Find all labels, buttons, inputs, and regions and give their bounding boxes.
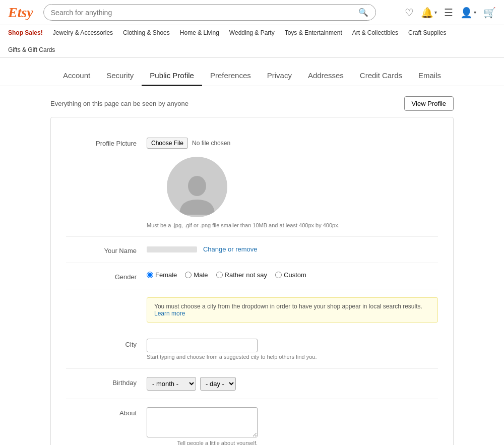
name-value-placeholder [147, 246, 197, 252]
your-name-field: Change or remove [147, 245, 438, 253]
your-name-row: Your Name Change or remove [66, 237, 438, 263]
cat-nav-item[interactable]: Clothing & Shoes [123, 29, 170, 36]
top-navigation: Etsy 🔍 ♡ 🔔 ▾ ☰ 👤 ▾ 🛒 [0, 0, 504, 25]
cat-nav-item[interactable]: Gifts & Gift Cards [8, 46, 55, 53]
settings-tab-privacy[interactable]: Privacy [259, 66, 300, 86]
birthday-month-select[interactable]: - month -JanuaryFebruaryMarchAprilMayJun… [147, 377, 196, 391]
settings-tab-credit-cards[interactable]: Credit Cards [352, 66, 410, 86]
nav-icons: ♡ 🔔 ▾ ☰ 👤 ▾ 🛒 [405, 7, 496, 19]
about-row: About Tell people a little about yoursel… [66, 399, 438, 445]
avatar-silhouette-icon [177, 172, 217, 217]
gender-option-rather-not-say[interactable]: Rather not say [216, 271, 268, 279]
gender-field: FemaleMaleRather not sayCustom [147, 271, 438, 279]
warning-row: You must choose a city from the dropdown… [66, 289, 438, 331]
settings-tab-preferences[interactable]: Preferences [202, 66, 259, 86]
subtitle-text: Everything on this page can be seen by a… [50, 100, 188, 107]
gender-option-custom[interactable]: Custom [275, 271, 306, 279]
wishlist-button[interactable]: ♡ [405, 7, 414, 19]
settings-tab-emails[interactable]: Emails [410, 66, 449, 86]
learn-more-link[interactable]: Learn more [154, 310, 185, 317]
city-field: Start typing and choose from a suggested… [147, 339, 438, 360]
birthday-row: Birthday - month -JanuaryFebruaryMarchAp… [66, 369, 438, 399]
category-navigation: Shop Sales!Jewelry & AccessoriesClothing… [0, 25, 504, 58]
avatar-circle [167, 157, 227, 217]
cat-nav-item[interactable]: Shop Sales! [8, 29, 43, 36]
cat-nav-item[interactable]: Art & Collectibles [352, 29, 398, 36]
image-hint: Must be a .jpg, .gif or .png file smalle… [147, 222, 340, 228]
search-input[interactable] [51, 9, 358, 17]
search-bar: 🔍 [43, 4, 376, 21]
your-name-label: Your Name [66, 245, 147, 255]
warning-label-spacer [66, 291, 147, 293]
city-hint: Start typing and choose from a suggested… [147, 354, 317, 360]
cart-button[interactable]: 🛒 [483, 7, 496, 19]
city-row: City Start typing and choose from a sugg… [66, 331, 438, 369]
messages-button[interactable]: ☰ [444, 7, 453, 19]
gender-row: Gender FemaleMaleRather not sayCustom [66, 263, 438, 289]
etsy-logo[interactable]: Etsy [8, 5, 33, 21]
gender-option-male[interactable]: Male [185, 271, 208, 279]
profile-picture-field: Choose File No file chosen Must be a .jp… [147, 138, 438, 228]
account-button[interactable]: 👤 ▾ [460, 7, 476, 19]
settings-tab-addresses[interactable]: Addresses [300, 66, 352, 86]
about-hint: Tell people a little about yourself. [147, 440, 258, 445]
about-label: About [66, 407, 147, 417]
about-field: Tell people a little about yourself. [147, 407, 438, 445]
profile-picture-label: Profile Picture [66, 138, 147, 147]
birthday-day-select[interactable]: - day -123456789101112131415161718192021… [200, 377, 236, 391]
gender-options: FemaleMaleRather not sayCustom [147, 271, 438, 279]
settings-tab-security[interactable]: Security [98, 66, 142, 86]
birthday-field: - month -JanuaryFebruaryMarchAprilMayJun… [147, 377, 438, 391]
page-subtitle: Everything on this page can be seen by a… [50, 96, 454, 111]
page-content: Everything on this page can be seen by a… [0, 86, 504, 445]
view-profile-button[interactable]: View Profile [404, 96, 454, 111]
city-input[interactable] [147, 339, 258, 352]
profile-picture-row: Profile Picture Choose File No file chos… [66, 130, 438, 237]
about-textarea[interactable] [147, 407, 258, 437]
settings-tab-account[interactable]: Account [55, 66, 98, 86]
change-name-link[interactable]: Change or remove [203, 245, 258, 253]
city-label: City [66, 339, 147, 348]
settings-tab-public-profile[interactable]: Public Profile [142, 66, 202, 86]
no-file-text: No file chosen [192, 140, 230, 147]
gender-option-female[interactable]: Female [147, 271, 177, 279]
cat-nav-item[interactable]: Craft Supplies [408, 29, 446, 36]
birthday-label: Birthday [66, 377, 147, 387]
search-icon: 🔍 [358, 8, 368, 17]
notifications-button[interactable]: 🔔 ▾ [421, 7, 437, 19]
warning-field: You must choose a city from the dropdown… [147, 291, 438, 329]
birthday-selects: - month -JanuaryFebruaryMarchAprilMayJun… [147, 377, 438, 391]
cat-nav-item[interactable]: Wedding & Party [229, 29, 275, 36]
warning-box: You must choose a city from the dropdown… [147, 297, 438, 323]
svg-point-0 [188, 176, 206, 196]
cat-nav-item[interactable]: Home & Living [180, 29, 219, 36]
cat-nav-item[interactable]: Toys & Entertainment [285, 29, 342, 36]
settings-tabs: AccountSecurityPublic ProfilePreferences… [0, 58, 504, 86]
gender-label: Gender [66, 271, 147, 281]
profile-form-card: Profile Picture Choose File No file chos… [50, 117, 454, 445]
cat-nav-item[interactable]: Jewelry & Accessories [53, 29, 113, 36]
warning-text: You must choose a city from the dropdown… [154, 303, 422, 310]
choose-file-button[interactable]: Choose File [147, 138, 188, 149]
